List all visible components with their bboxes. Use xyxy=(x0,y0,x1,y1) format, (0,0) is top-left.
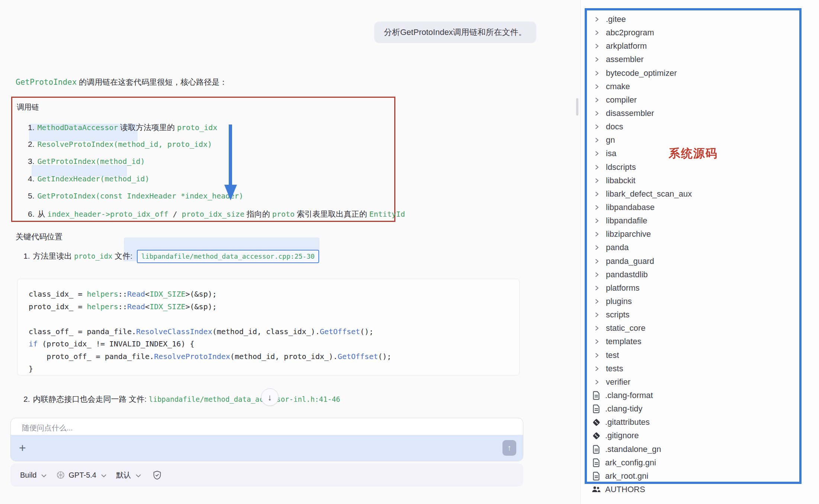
tree-item-label: assembler xyxy=(606,55,643,64)
tree-item-folder[interactable]: abc2program xyxy=(581,26,819,39)
file-path-chip[interactable]: libpandafile/method_data_accessor.cpp:25… xyxy=(137,250,319,263)
tree-item-folder[interactable]: scripts xyxy=(581,308,819,322)
tree-item-file[interactable]: .clang-format xyxy=(581,389,819,402)
tree-item-folder[interactable]: verifier xyxy=(581,375,819,389)
tree-item-folder[interactable]: libabckit xyxy=(581,174,819,187)
file-explorer-panel: .gitee abc2program arkplatform assembler… xyxy=(580,0,819,504)
tree-item-folder[interactable]: ldscripts xyxy=(581,161,819,174)
text-segment: GetIndexHeader(method_id) xyxy=(38,174,150,183)
tree-item-folder[interactable]: assembler xyxy=(581,53,819,66)
chevron-right-icon xyxy=(594,110,600,116)
chevron-down-icon xyxy=(41,474,46,478)
tree-item-label: libpandafile xyxy=(606,216,647,226)
tree-item-folder[interactable]: libpandafile xyxy=(581,214,819,227)
text-segment: / xyxy=(168,210,182,219)
chat-input[interactable]: 随便问点什么... xyxy=(11,418,523,435)
tree-item-label: .clang-format xyxy=(605,391,653,400)
tree-item-folder[interactable]: disassembler xyxy=(581,107,819,120)
tree-item-folder[interactable]: static_core xyxy=(581,322,819,335)
code-line: class_idx_ = helpers::Read<IDX_SIZE>(&sp… xyxy=(29,288,508,301)
text-segment: 读取方法项里的 xyxy=(118,123,177,132)
tree-item-folder[interactable]: docs xyxy=(581,120,819,133)
code-line: proto_off_ = panda_file.ResolveProtoInde… xyxy=(29,350,508,363)
text-segment: GetProtoIndex(const IndexHeader *index_h… xyxy=(38,191,244,200)
git-icon xyxy=(591,418,601,427)
tree-item-folder[interactable]: pandastdlib xyxy=(581,268,819,281)
tree-item-folder[interactable]: panda_guard xyxy=(581,255,819,268)
text-segment: proto_idx_ = xyxy=(29,302,87,311)
text-segment: (proto_idx_ != INVALID_INDEX_16) { xyxy=(38,339,194,348)
list-number: 6. xyxy=(28,210,35,219)
tree-item-label: ldscripts xyxy=(606,162,636,172)
tree-item-folder[interactable]: tests xyxy=(581,362,819,375)
tree-item-folder[interactable]: cmake xyxy=(581,80,819,93)
text-segment: >(&sp); xyxy=(185,290,216,298)
tree-item-folder[interactable]: compiler xyxy=(581,93,819,107)
tree-item-label: .gitignore xyxy=(605,431,639,440)
model-dropdown-chevron[interactable] xyxy=(101,474,106,478)
tree-item-folder[interactable]: bytecode_optimizer xyxy=(581,67,819,80)
call-chain-annotation-box: 调用链 1.MethodDataAccessor 读取方法项里的 proto_i… xyxy=(11,97,395,222)
tree-item-label: cmake xyxy=(606,82,630,91)
send-button[interactable]: ↑ xyxy=(502,440,516,456)
tree-item-file[interactable]: ark_config.gni xyxy=(581,456,819,469)
tree-item-file[interactable]: .gitignore xyxy=(581,429,819,442)
down-arrow-annotation xyxy=(229,125,232,185)
chevron-right-icon xyxy=(594,84,600,90)
tree-item-file[interactable]: ark_root.gni xyxy=(581,469,819,483)
mode-selector[interactable]: 默认 xyxy=(116,470,131,480)
add-attachment-button[interactable]: + xyxy=(19,442,26,454)
build-mode-selector[interactable]: Build xyxy=(20,471,36,479)
scroll-to-bottom-button[interactable]: ↓ xyxy=(261,388,279,406)
chat-composer[interactable]: 随便问点什么... + ↑ xyxy=(10,418,523,461)
tree-item-label: .standalone_gn xyxy=(605,445,661,454)
code-line: } xyxy=(29,363,508,375)
file-icon xyxy=(591,404,601,413)
list-number: 2. xyxy=(23,395,30,403)
tree-item-file[interactable]: .standalone_gn xyxy=(581,443,819,456)
scrollbar-thumb[interactable] xyxy=(576,98,578,116)
text-segment: ResolveClassIndex xyxy=(136,327,212,336)
chevron-right-icon xyxy=(594,258,600,264)
tree-item-folder[interactable]: platforms xyxy=(581,281,819,295)
text-segment: 方法里读出 xyxy=(33,252,74,260)
tree-item-folder[interactable]: libark_defect_scan_aux xyxy=(581,187,819,201)
text-segment: GetOffset xyxy=(338,352,378,361)
tree-item-label: .gitattributes xyxy=(605,417,650,427)
tree-item-folder[interactable]: arkplatform xyxy=(581,39,819,53)
chevron-right-icon xyxy=(594,191,600,197)
tree-item-file[interactable]: .clang-tidy xyxy=(581,402,819,416)
list-number: 1. xyxy=(28,123,35,132)
tree-item-file[interactable]: .gitattributes xyxy=(581,416,819,429)
model-provider-icon xyxy=(56,471,65,479)
tree-item-label: AUTHORS xyxy=(605,485,645,494)
tree-item-folder[interactable]: test xyxy=(581,349,819,362)
tree-item-folder[interactable]: libziparchive xyxy=(581,227,819,241)
text-segment: if xyxy=(29,339,38,348)
composer-toolbar: Build GPT-5.4 默认 xyxy=(10,463,523,487)
tree-item-folder[interactable]: libpandabase xyxy=(581,201,819,214)
mode-dropdown-chevron[interactable] xyxy=(136,474,141,478)
tree-item-folder[interactable]: .gitee xyxy=(581,13,819,26)
text-segment: 文件: xyxy=(112,252,135,260)
tree-item-label: bytecode_optimizer xyxy=(606,68,677,78)
text-segment: } xyxy=(29,364,33,373)
tree-item-folder[interactable]: templates xyxy=(581,335,819,348)
text-segment: proto_idx_size xyxy=(182,210,245,219)
tree-item-folder[interactable]: plugins xyxy=(581,295,819,308)
tree-item-folder[interactable]: panda xyxy=(581,241,819,254)
build-dropdown-chevron[interactable] xyxy=(41,474,46,478)
shield-check-icon[interactable] xyxy=(153,471,161,480)
model-selector[interactable]: GPT-5.4 xyxy=(68,471,96,479)
tree-item-file[interactable]: AUTHORS xyxy=(581,483,819,496)
arrow-up-icon: ↑ xyxy=(507,443,511,453)
text-segment: 内联静态接口也会走同一路 文件: xyxy=(33,395,149,403)
chevron-right-icon xyxy=(594,204,600,210)
tree-item-folder[interactable]: gn xyxy=(581,133,819,147)
chevron-right-icon xyxy=(594,285,600,291)
call-chain-step: 6.从 index_header->proto_idx_off / proto_… xyxy=(28,209,405,219)
text-segment: ResolveProtoIndex(method_id, proto_idx) xyxy=(38,140,212,149)
chevron-right-icon xyxy=(594,379,600,385)
text-segment: 从 xyxy=(38,210,48,218)
tree-item-folder[interactable]: isa xyxy=(581,147,819,160)
